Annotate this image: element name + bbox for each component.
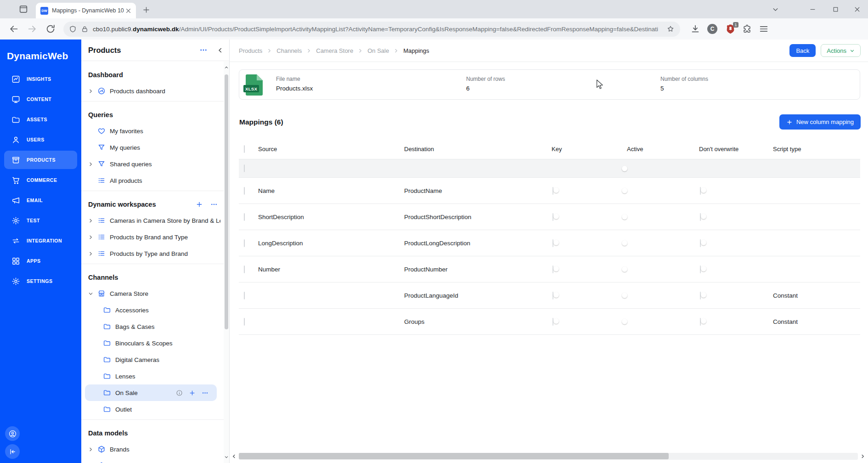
c-extension-icon[interactable]: C — [707, 24, 717, 34]
toggle-off[interactable] — [552, 265, 553, 273]
extensions-puzzle-icon[interactable] — [742, 24, 752, 34]
toggle-off[interactable] — [700, 265, 701, 273]
row-checkbox[interactable] — [244, 213, 245, 221]
chevron-right-icon[interactable] — [88, 447, 97, 452]
forward-nav-icon[interactable] — [27, 24, 37, 34]
tree-item-shared-queries[interactable]: Shared queries — [81, 156, 224, 172]
tree-item-my-favorites[interactable]: My favorites — [81, 123, 224, 139]
select-all-checkbox[interactable] — [244, 145, 245, 153]
row-checkbox[interactable] — [244, 187, 245, 195]
user-avatar-button[interactable] — [5, 426, 20, 441]
tree-item-products-by-type-and-brand[interactable]: Products by Type and Brand — [81, 245, 224, 262]
sidebar-item-apps[interactable]: APPS — [4, 252, 77, 270]
browser-tab[interactable]: DW Mappings - DynamicWeb 10 — [36, 3, 136, 18]
tab-close-icon[interactable] — [124, 7, 132, 15]
close-button[interactable] — [853, 6, 861, 13]
sidebar-item-test[interactable]: TEST — [4, 211, 77, 230]
ellipsis-icon[interactable] — [210, 201, 218, 208]
plus-icon[interactable] — [189, 390, 196, 396]
sidebar-item-assets[interactable]: ASSETS — [4, 110, 77, 129]
row-checkbox[interactable] — [244, 265, 245, 273]
row-checkbox[interactable] — [244, 318, 245, 326]
toggle-off[interactable] — [700, 292, 701, 299]
panel-scrollbar-thumb[interactable] — [225, 74, 228, 329]
scroll-left-icon[interactable] — [231, 454, 237, 459]
sidebar-item-settings[interactable]: SETTINGS — [4, 272, 77, 290]
chevron-down-icon[interactable] — [88, 291, 97, 296]
panel-menu-icon[interactable] — [199, 46, 208, 54]
sidebar-item-integration[interactable]: INTEGRATION — [4, 232, 77, 250]
actions-button[interactable]: Actions — [821, 44, 861, 57]
toggle-off[interactable] — [700, 318, 701, 326]
ellipsis-icon[interactable] — [202, 390, 209, 396]
url-bar[interactable]: cbo10.public9.dynamicweb.dk/Admin/UI/Pro… — [63, 22, 680, 37]
tree-item-accessories[interactable]: Accessories — [87, 302, 224, 318]
collapse-sidebar-button[interactable] — [5, 444, 20, 459]
toggle-off[interactable] — [552, 318, 553, 326]
scroll-up-icon[interactable] — [224, 65, 229, 70]
breadcrumb-link[interactable]: Products — [239, 47, 262, 54]
back-button[interactable]: Back — [789, 44, 816, 57]
tree-item-products-by-brand-and-type[interactable]: Products by Brand and Type — [81, 229, 224, 245]
toggle-off[interactable] — [700, 213, 701, 221]
panel-collapse-icon[interactable] — [217, 47, 224, 54]
sidebar-item-commerce[interactable]: COMMERCE — [4, 171, 77, 189]
breadcrumb-link[interactable]: Channels — [276, 47, 302, 54]
tree-item-brands[interactable]: Brands — [81, 441, 224, 457]
tracking-shield-icon[interactable] — [69, 25, 77, 33]
maximize-button[interactable] — [832, 6, 840, 13]
download-icon[interactable] — [690, 24, 700, 34]
back-nav-icon[interactable] — [9, 24, 19, 34]
window-outline-icon[interactable] — [18, 4, 28, 14]
chevron-right-icon[interactable] — [88, 89, 97, 94]
chevron-right-icon[interactable] — [88, 251, 97, 256]
tree-item-lenses[interactable]: Lenses — [87, 368, 224, 384]
minimize-button[interactable] — [809, 6, 817, 13]
tab-list-chevron-icon[interactable] — [772, 6, 779, 13]
lock-icon[interactable] — [81, 25, 89, 33]
chevron-right-icon[interactable] — [88, 235, 97, 240]
sidebar-item-content[interactable]: CONTENT — [4, 90, 77, 108]
tree-item-bags-cases[interactable]: Bags & Cases — [87, 318, 224, 335]
breadcrumb-link[interactable]: Camera Store — [316, 47, 353, 54]
tree-item-binoculars-scopes[interactable]: Binoculars & Scopes — [87, 335, 224, 351]
row-checkbox[interactable] — [244, 164, 245, 172]
plus-icon[interactable] — [196, 201, 203, 208]
browser-menu-icon[interactable] — [759, 24, 769, 34]
info-icon[interactable] — [176, 390, 183, 396]
tree-item-other[interactable]: Other — [81, 457, 224, 463]
tree-item-digital-cameras[interactable]: Digital Cameras — [87, 351, 224, 368]
new-tab-button[interactable] — [142, 6, 151, 14]
row-checkbox[interactable] — [244, 292, 245, 299]
tree-item-products-dashboard[interactable]: Products dashboard — [81, 83, 224, 99]
scrollbar-track[interactable] — [239, 453, 858, 460]
tree-item-camera-store[interactable]: Camera Store — [81, 285, 224, 302]
scroll-right-icon[interactable] — [860, 454, 865, 459]
tree-item-cameras-in-camera-store-by-brand-le[interactable]: Cameras in Camera Store by Brand & Le — [81, 212, 224, 229]
new-column-mapping-button[interactable]: New column mapping — [779, 114, 861, 130]
shield-extension-icon[interactable]: 1 — [726, 24, 735, 34]
reload-icon[interactable] — [45, 24, 56, 34]
row-checkbox[interactable] — [244, 239, 245, 247]
toggle-off[interactable] — [552, 239, 553, 247]
toggle-off[interactable] — [700, 187, 701, 195]
scroll-down-icon[interactable] — [224, 455, 229, 459]
tree-item-outlet[interactable]: Outlet — [87, 401, 224, 418]
sidebar-item-users[interactable]: USERS — [4, 130, 77, 149]
sidebar-item-products[interactable]: PRODUCTS — [4, 151, 77, 169]
toggle-off[interactable] — [552, 292, 553, 299]
panel-scrollbar[interactable] — [224, 62, 229, 463]
chevron-right-icon[interactable] — [88, 218, 97, 223]
horizontal-scrollbar[interactable] — [231, 452, 865, 460]
tree-item-all-products[interactable]: All products — [81, 172, 224, 189]
bookmark-star-icon[interactable] — [666, 25, 675, 33]
scrollbar-thumb[interactable] — [239, 453, 669, 459]
tree-item-on-sale[interactable]: On Sale — [85, 384, 217, 401]
toggle-off[interactable] — [552, 213, 553, 221]
chevron-right-icon[interactable] — [88, 162, 97, 167]
sidebar-item-insights[interactable]: INSIGHTS — [4, 70, 77, 88]
sidebar-item-email[interactable]: EMAIL — [4, 191, 77, 209]
tree-item-my-queries[interactable]: My queries — [81, 139, 224, 156]
toggle-off[interactable] — [552, 187, 553, 195]
breadcrumb-link[interactable]: On Sale — [367, 47, 389, 54]
